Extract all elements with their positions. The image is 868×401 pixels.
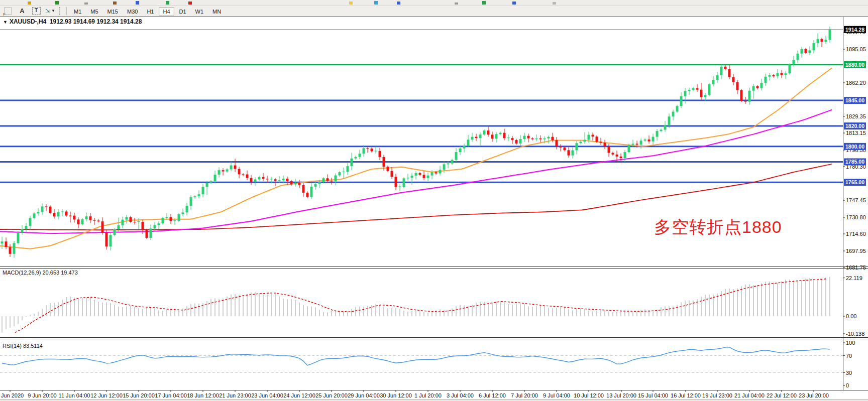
svg-text:-10.138: -10.138 — [846, 331, 864, 337]
svg-text:22 Jul 12:00: 22 Jul 12:00 — [767, 392, 797, 398]
macd-indicator-label: MACD(12,26,9) 20.653 19.473 — [3, 270, 78, 276]
svg-text:1845.00: 1845.00 — [845, 97, 864, 103]
svg-text:1 Jul 20:00: 1 Jul 20:00 — [414, 392, 442, 398]
timeframe-button-D1[interactable]: D1 — [175, 7, 190, 16]
timeframe-button-group: M1M5M15M30H1H4D1W1MN — [69, 7, 226, 16]
text-label-icon[interactable]: A — [16, 7, 28, 16]
arrows-icon[interactable]: ⇲▼ — [44, 7, 56, 16]
timeframe-button-H1[interactable]: H1 — [143, 7, 158, 16]
svg-text:1880.00: 1880.00 — [845, 62, 864, 68]
timeframe-button-H4[interactable]: H4 — [159, 7, 174, 16]
timeframe-button-MN[interactable]: MN — [208, 7, 225, 16]
svg-text:1730.80: 1730.80 — [846, 214, 866, 220]
svg-text:30 Jun 12:00: 30 Jun 12:00 — [380, 392, 412, 398]
svg-text:100: 100 — [846, 340, 855, 346]
svg-text:15 Jun 20:00: 15 Jun 20:00 — [123, 392, 155, 398]
svg-text:18 Jun 12:00: 18 Jun 12:00 — [187, 392, 219, 398]
svg-text:1800.00: 1800.00 — [845, 144, 864, 150]
symbol-ohlc-bar[interactable]: ▼XAUUSD-,H4 1912.93 1914.69 1912.34 1914… — [3, 18, 142, 25]
toolbar-separator — [66, 7, 67, 15]
svg-text:19 Jul 23:00: 19 Jul 23:00 — [702, 392, 732, 398]
svg-text:1747.45: 1747.45 — [846, 197, 866, 203]
svg-text:0.00: 0.00 — [846, 313, 856, 319]
svg-text:7 Jul 20:00: 7 Jul 20:00 — [511, 392, 538, 398]
svg-text:1813.15: 1813.15 — [846, 130, 866, 136]
svg-text:23 Jul 20:00: 23 Jul 20:00 — [799, 392, 829, 398]
chevron-down-icon[interactable]: ▼ — [51, 9, 55, 13]
svg-text:1765.00: 1765.00 — [845, 179, 864, 185]
svg-text:23 Jun 04:00: 23 Jun 04:00 — [251, 392, 283, 398]
toolbar-drag-handle[interactable] — [59, 7, 62, 15]
svg-text:1785.00: 1785.00 — [845, 159, 864, 165]
rsi-indicator-label: RSI(14) 83.5114 — [3, 343, 43, 349]
timeframe-button-W1[interactable]: W1 — [191, 7, 208, 16]
svg-text:10 Jul 12:00: 10 Jul 12:00 — [574, 392, 604, 398]
top-toolbar-clipped[interactable] — [0, 0, 868, 6]
chart-text-annotation: 多空转折点1880 — [654, 216, 782, 239]
symbol-title: XAUUSD-,H4 — [10, 18, 46, 25]
timeframe-button-M30[interactable]: M30 — [123, 7, 142, 16]
svg-text:9 Jun 20:00: 9 Jun 20:00 — [28, 392, 57, 398]
svg-text:3 Jul 04:00: 3 Jul 04:00 — [447, 392, 474, 398]
svg-text:1714.60: 1714.60 — [846, 231, 866, 237]
timeframe-button-M15[interactable]: M15 — [103, 7, 122, 16]
svg-text:17 Jun 04:00: 17 Jun 04:00 — [155, 392, 187, 398]
svg-text:21 Jul 04:00: 21 Jul 04:00 — [734, 392, 765, 398]
svg-text:1862.20: 1862.20 — [846, 80, 866, 86]
svg-text:12 Jun 12:00: 12 Jun 12:00 — [90, 392, 123, 398]
svg-text:70: 70 — [846, 353, 852, 359]
svg-text:1829.35: 1829.35 — [846, 113, 866, 119]
symbol-ohlc-values: 1912.93 1914.69 1912.34 1914.28 — [50, 18, 142, 25]
svg-text:1697.95: 1697.95 — [846, 248, 866, 254]
timeframe-button-M5[interactable]: M5 — [86, 7, 102, 16]
svg-text:1895.05: 1895.05 — [846, 46, 866, 52]
svg-text:21 Jun 23:00: 21 Jun 23:00 — [219, 392, 251, 398]
svg-text:13 Jul 20:00: 13 Jul 20:00 — [606, 392, 636, 398]
svg-text:15 Jul 04:00: 15 Jul 04:00 — [638, 392, 668, 398]
svg-text:22.119: 22.119 — [846, 275, 862, 281]
svg-text:1914.28: 1914.28 — [845, 27, 864, 33]
svg-text:0: 0 — [846, 382, 849, 388]
text-icon[interactable]: T — [30, 7, 42, 16]
svg-text:30: 30 — [846, 370, 852, 376]
svg-text:11 Jun 04:00: 11 Jun 04:00 — [59, 392, 90, 398]
svg-text:29 Jun 04:00: 29 Jun 04:00 — [348, 392, 380, 398]
price-chart-canvas[interactable]: 1911.701895.051862.201829.351813.151796.… — [0, 17, 868, 399]
svg-text:16 Jul 12:00: 16 Jul 12:00 — [671, 392, 701, 398]
mt4-window: { "toolbar": { "icons": [ {"name":"fibon… — [0, 0, 868, 401]
svg-text:25 Jun 20:00: 25 Jun 20:00 — [315, 392, 348, 398]
svg-text:9 Jul 04:00: 9 Jul 04:00 — [543, 392, 570, 398]
symbol-dropdown-icon[interactable]: ▼ — [3, 20, 8, 25]
svg-text:1681.75: 1681.75 — [846, 264, 866, 271]
svg-text:6 Jul 12:00: 6 Jul 12:00 — [479, 392, 506, 398]
timeframe-button-M1[interactable]: M1 — [70, 7, 85, 16]
main-toolbar: A T ⇲▼ M1M5M15M30H1H4D1W1MN — [0, 6, 868, 17]
chart-area[interactable]: ▼XAUUSD-,H4 1912.93 1914.69 1912.34 1914… — [0, 17, 868, 399]
svg-text:1820.00: 1820.00 — [845, 123, 864, 129]
status-bar-edge — [0, 399, 868, 401]
svg-text:24 Jun 12:00: 24 Jun 12:00 — [283, 392, 315, 398]
svg-text:8 Jun 2020: 8 Jun 2020 — [0, 392, 24, 398]
fibonacci-icon[interactable] — [2, 7, 14, 16]
